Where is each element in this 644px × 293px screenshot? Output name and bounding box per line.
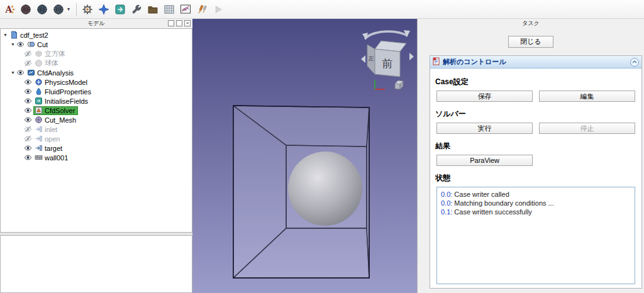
tree-item-label: open [44,135,60,143]
dock-panel-icon[interactable] [176,20,182,26]
analysis-icon [27,69,36,77]
status-line: 0.0:Case writer called [441,190,631,199]
fluid-properties-icon[interactable] [96,2,111,17]
init-icon [35,97,44,105]
boundary-icon [35,135,44,143]
case-settings-label: Case設定 [435,77,636,87]
tree-item-open[interactable]: open [1,134,192,143]
status-message: Case written successfully [454,208,532,216]
expand-arrow-icon[interactable]: ▼ [9,70,16,75]
toolbar-separator [76,3,77,16]
status-time: 0.1: [441,208,452,216]
tree-item-cfdanalysis[interactable]: ▼CfdAnalysis [1,68,192,77]
task-panel: タスク 閉じる 解析のコントロール Case設定 保存 編集 ソルバー [417,19,644,293]
tree-item-cube[interactable]: 立方体 [1,49,192,58]
status-message: Matching boundary conditions ... [454,199,553,207]
visibility-off-icon[interactable] [24,126,33,133]
visibility-on-icon[interactable] [24,88,33,95]
paraview-button[interactable]: ParaView [436,155,533,166]
solver-icon [35,106,44,114]
nav-cube-left-label[interactable]: 左 [369,55,374,62]
save-case-button[interactable]: 保存 [436,91,533,102]
tree-item-cfdsolver[interactable]: CfdSolver [1,106,192,115]
results-buttons-row: ParaView [436,155,635,166]
visibility-on-icon[interactable] [16,69,26,76]
analysis-control-title: 解析のコントロール [443,57,506,67]
edit-case-button[interactable]: 編集 [539,91,635,102]
mesh-grid-icon[interactable] [162,2,177,17]
cube-icon [35,50,44,58]
tree-item-fluidproperties[interactable]: FluidProperties [1,87,192,96]
toolbar-dropdown-arrow-icon[interactable]: ▾ [67,6,73,12]
tree-item-cut[interactable]: ▼Cut [1,40,192,49]
toolbar: A▾ [0,0,644,19]
cube-front-face[interactable] [233,106,369,278]
tree-item-label: CfdAnalysis [36,69,74,77]
visibility-on-icon[interactable] [24,97,33,104]
visibility-off-icon[interactable] [24,50,33,57]
float-panel-icon[interactable] [168,20,174,26]
folder-icon[interactable] [145,2,160,17]
tree-item-content: inlet [33,124,60,134]
status-message: Case writer called [454,191,509,198]
solver-buttons-row: 実行 停止 [436,123,635,134]
cfd-analysis-icon[interactable]: A [2,2,17,17]
tree-item-cut_mesh[interactable]: Cut_Mesh [1,115,192,124]
visibility-on-icon[interactable] [24,107,33,114]
mesh-region-icon[interactable] [35,2,50,17]
visibility-off-icon[interactable] [24,135,33,142]
tree-item-label: 球体 [44,58,58,68]
mesh-group-icon[interactable] [51,2,66,17]
tree-item-inlet[interactable]: inlet [1,124,192,134]
initialise-fields-icon[interactable] [113,2,128,17]
tree-item-content: 立方体 [33,49,69,58]
model-panel-header: モデル × [0,19,192,28]
tree-item-content: cdf_test2 [9,30,52,40]
visibility-on-icon[interactable] [16,41,26,48]
run-solver-button[interactable]: 実行 [436,123,533,134]
task-panel-title: タスク [522,19,540,28]
close-task-button[interactable]: 閉じる [508,36,553,48]
status-log[interactable]: 0.0:Case writer called0.0:Matching bound… [436,187,635,284]
tree-item-cdf_test2[interactable]: ▼cdf_test2 [1,30,192,40]
expand-arrow-icon[interactable]: ▼ [9,42,16,47]
tree-item-content: CfdAnalysis [26,68,77,77]
expand-arrow-icon[interactable]: ▼ [2,33,9,37]
physics-model-icon[interactable] [80,2,95,17]
plot-icon[interactable] [178,2,193,17]
tree-item-label: cdf_test2 [19,31,48,39]
tree-item-content: PhysicsModel [33,77,91,87]
tree-item-label: wall001 [44,154,68,162]
wall-icon [35,153,44,162]
refine-mesh-icon[interactable] [194,2,209,17]
model-panel: モデル × ▼cdf_test2▼Cut立方体球体▼CfdAnalysisPhy… [0,19,192,293]
tree-item-physicsmodel[interactable]: PhysicsModel [1,77,192,87]
collapse-section-icon[interactable] [630,58,639,67]
tree-item-content: Cut [26,40,51,49]
stop-solver-button[interactable]: 停止 [539,123,635,134]
run-solver-icon[interactable] [211,2,226,17]
tree-item-wall001[interactable]: wall001 [1,153,192,162]
tree-item-target[interactable]: target [1,143,192,153]
analysis-control-header[interactable]: 解析のコントロール [430,56,641,69]
solver-label: ソルバー [435,109,636,119]
solver-icon[interactable] [129,2,144,17]
tree-item-initialisefields[interactable]: InitialiseFields [1,96,192,106]
mesh-sphere-icon[interactable] [18,2,33,17]
fluid-icon [35,87,44,96]
tree-item-content: open [33,134,63,143]
sphere-icon [35,59,44,67]
visibility-on-icon[interactable] [24,79,33,86]
tree-item-content: 球体 [33,58,62,68]
visibility-on-icon[interactable] [24,145,33,152]
visibility-off-icon[interactable] [24,60,33,67]
3d-viewport[interactable]: 前 左 [192,19,417,293]
close-panel-icon[interactable]: × [184,20,191,26]
tree-item-sphere[interactable]: 球体 [1,58,192,68]
visibility-on-icon[interactable] [24,116,33,123]
nav-cube-front-label[interactable]: 前 [382,58,393,70]
case-buttons-row: 保存 編集 [436,91,635,102]
visibility-on-icon[interactable] [24,154,33,161]
document-icon [10,31,19,39]
model-panel-buttons: × [168,20,191,26]
